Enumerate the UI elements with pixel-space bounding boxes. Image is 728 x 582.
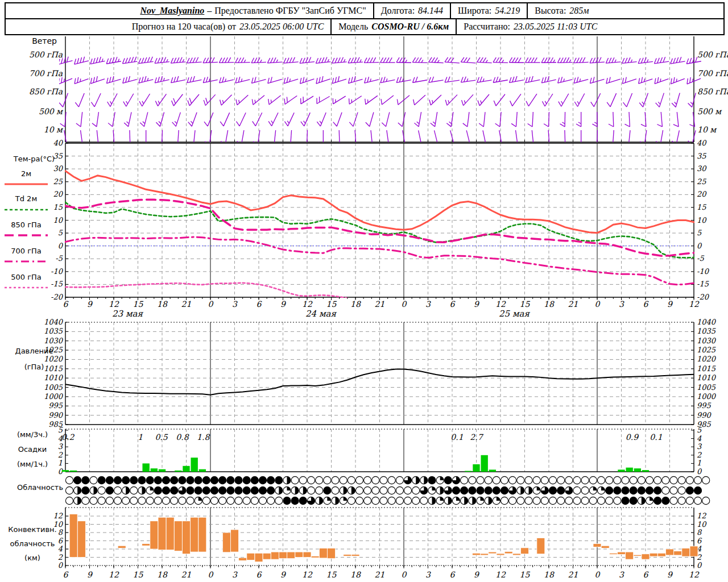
wind-barb xyxy=(622,77,636,84)
conv-cloud-bar xyxy=(481,554,489,555)
temp-ytick-left: -15 xyxy=(51,280,63,288)
wind-barb xyxy=(316,57,330,64)
conv-cloud-bar xyxy=(351,554,359,556)
x-axis-mid: 6912151821036912151821036912151821036912… xyxy=(63,297,700,319)
precip-3h-label: 2.7 xyxy=(470,433,483,442)
conv-cloud-bar xyxy=(674,551,682,555)
x-tick-label: 15 xyxy=(326,300,337,309)
temp-ytick-left: -10 xyxy=(51,267,64,276)
wind-level-label-right: 500 м xyxy=(697,107,722,116)
precip-ytick-right: 0 xyxy=(697,467,702,476)
wind-barb xyxy=(332,76,346,84)
pressure-ytick-right: 1040 xyxy=(697,318,717,326)
wind-barb xyxy=(80,130,82,145)
wind-barb xyxy=(317,113,326,126)
legend-label-td2m: Td 2м xyxy=(15,194,37,203)
wind-level-label-left: 10 м xyxy=(44,125,64,134)
conv-cloud-bar xyxy=(150,521,158,549)
pressure-ytick-left: 1040 xyxy=(44,318,64,326)
wind-barb xyxy=(349,113,358,127)
wind-barb xyxy=(544,130,549,145)
x-tick-label: 21 xyxy=(375,300,385,309)
wind-barb xyxy=(510,94,521,106)
wind-barb xyxy=(526,76,540,83)
precip-bar xyxy=(191,458,197,472)
conv-cloud-bar xyxy=(682,548,690,557)
wind-barb xyxy=(188,113,197,126)
x-tick-label: 9 xyxy=(280,300,286,309)
wind-barb xyxy=(122,57,137,64)
wind-barb xyxy=(414,112,421,127)
precip-unit-1h: (мм/1ч.) xyxy=(17,460,48,468)
wind-barb xyxy=(155,94,166,106)
wind-barb xyxy=(92,112,98,127)
wind-barb xyxy=(623,93,632,107)
x-tick-label: 12 xyxy=(302,300,313,309)
precip-ytick-right: 2 xyxy=(697,451,702,459)
wind-barb xyxy=(607,93,616,107)
temp-ytick-right: 35 xyxy=(697,152,706,160)
wind-barb xyxy=(578,130,581,145)
wind-barb xyxy=(559,94,569,107)
wind-barb xyxy=(188,94,199,106)
wind-barb xyxy=(688,130,696,144)
x-tick-label: 0 xyxy=(595,300,601,309)
precip-ytick-right: 4 xyxy=(697,434,702,443)
precip-bar xyxy=(473,464,479,472)
temperature-panel: -20-20-15-15-10-10-5-5005510101515202025… xyxy=(5,139,710,301)
wind-barb xyxy=(235,77,250,83)
conv-cloud-bar xyxy=(690,546,698,556)
precip-bar xyxy=(642,470,649,472)
precip-3h-label: 0.8 xyxy=(176,433,189,442)
conv-cloud-bar xyxy=(473,553,481,555)
conv-ytick-right: 10 xyxy=(697,520,707,529)
x-tick-label: 18 xyxy=(157,570,168,579)
wind-barb xyxy=(413,77,428,82)
wind-barb xyxy=(317,97,330,104)
x-tick-label: 9 xyxy=(474,300,479,309)
wind-barb xyxy=(106,57,121,64)
wind-barb xyxy=(542,94,552,106)
temp-ytick-left: -20 xyxy=(51,293,64,301)
conv-cloud-bar xyxy=(489,552,497,554)
conv-cloud-bar xyxy=(618,552,626,554)
wind-barb xyxy=(449,130,454,144)
temp-ytick-left: 0 xyxy=(58,242,64,250)
x-tick-label: 6 xyxy=(63,300,69,309)
wind-barb xyxy=(220,113,229,126)
wind-barb xyxy=(237,130,244,145)
wind-barb xyxy=(221,130,228,145)
precip-bar xyxy=(626,468,632,472)
wind-level-label-right: 700 гПа xyxy=(697,69,728,78)
x-tick-label: 9 xyxy=(280,570,286,579)
wind-barb xyxy=(253,113,262,126)
x-tick-label: 18 xyxy=(350,570,361,579)
conv-ytick-right: 12 xyxy=(697,512,706,520)
conv-ytick-left: 8 xyxy=(58,528,64,537)
wind-barb xyxy=(477,77,492,82)
wind-barb xyxy=(318,130,324,145)
conv-cloud-bar xyxy=(198,517,206,552)
wind-barb xyxy=(351,130,356,145)
x-tick-label: 3 xyxy=(425,300,431,309)
wind-level-label-left: 500 гПа xyxy=(29,50,63,59)
pressure-ytick-left: 990 xyxy=(48,411,64,419)
conv-cloud-bar xyxy=(609,553,617,554)
pressure-ytick-right: 1025 xyxy=(697,346,716,354)
legend-label-t500: 500 гПа xyxy=(11,273,42,281)
wind-barb xyxy=(432,130,438,144)
wind-barb xyxy=(288,130,291,145)
wind-barb xyxy=(76,112,82,127)
cloud-row-1 xyxy=(65,487,701,494)
x-tick-label: 15 xyxy=(133,570,144,579)
wind-barb xyxy=(364,57,379,63)
wind-barb xyxy=(639,93,648,107)
wind-level-label-left: 700 гПа xyxy=(29,69,63,78)
conv-title-line: (км) xyxy=(24,554,40,562)
wind-barb xyxy=(267,57,282,63)
conv-cloud-bar xyxy=(512,554,520,555)
wind-barb xyxy=(622,57,637,63)
wind-barb xyxy=(672,93,680,107)
conv-cloud-bar xyxy=(328,548,336,559)
wind-barb xyxy=(75,93,84,107)
